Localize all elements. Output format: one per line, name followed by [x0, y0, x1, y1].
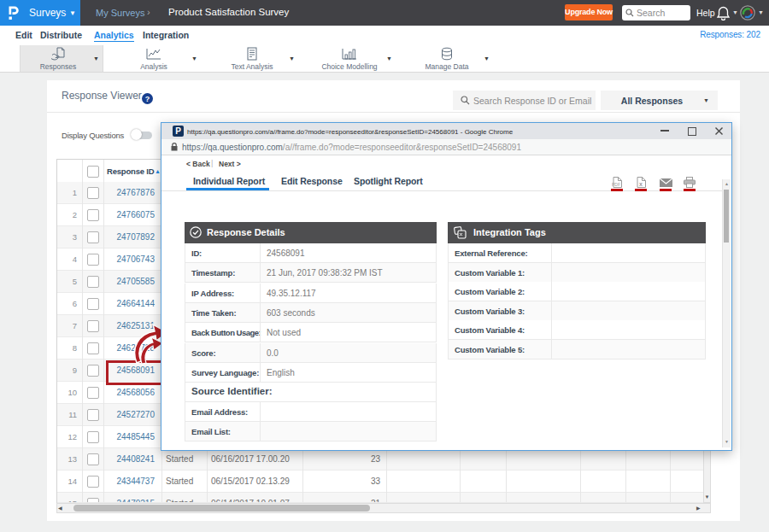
svg-text:PDF: PDF	[612, 182, 620, 187]
svg-text:x: x	[639, 181, 643, 187]
svg-text:?: ?	[145, 95, 150, 103]
